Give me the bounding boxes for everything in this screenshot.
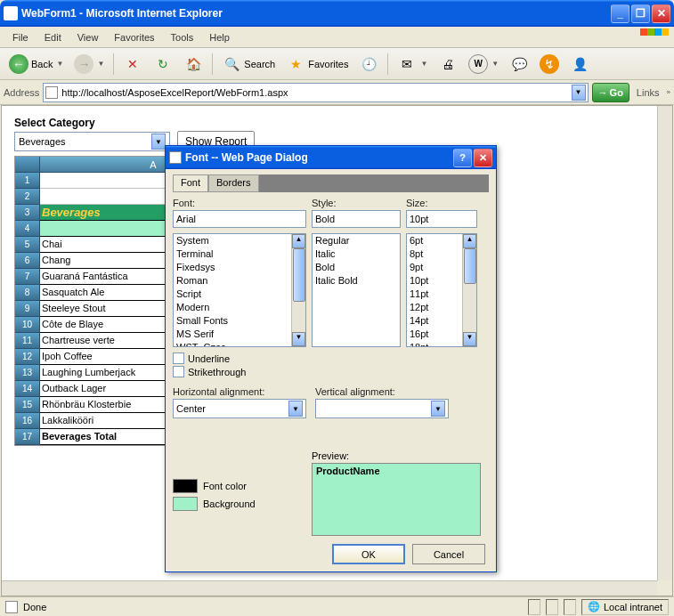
listbox-scrollbar[interactable]: ▲ ▼ <box>291 234 305 346</box>
address-dropdown-button[interactable]: ▼ <box>572 85 586 101</box>
page-icon <box>45 86 58 99</box>
bgcolor-swatch[interactable] <box>173 497 198 511</box>
valign-dropdown[interactable]: ▼ <box>315 399 449 418</box>
list-item[interactable]: Roman <box>174 274 305 288</box>
go-arrow-icon: → <box>598 87 608 98</box>
status-zone: 🌐 Local intranet <box>581 599 669 615</box>
horizontal-scrollbar[interactable] <box>2 580 657 596</box>
dialog-close-button[interactable]: ✕ <box>474 149 492 167</box>
cancel-button[interactable]: Cancel <box>412 544 485 564</box>
mail-icon: ✉ <box>397 54 417 74</box>
research-button[interactable]: ↯ <box>536 52 563 77</box>
menu-view[interactable]: View <box>70 29 106 45</box>
status-section <box>528 599 540 615</box>
scrollbar-corner <box>657 580 672 596</box>
edit-button[interactable]: W▼ <box>465 52 502 77</box>
category-value: Beverages <box>19 136 151 147</box>
size-label: Size: <box>406 198 477 208</box>
font-input[interactable] <box>173 210 306 228</box>
strikethrough-checkbox[interactable] <box>173 366 184 377</box>
chevron-down-icon: ▼ <box>431 401 445 417</box>
home-button[interactable]: 🏠 <box>180 52 207 77</box>
mail-button[interactable]: ✉▼ <box>394 52 431 77</box>
ok-button[interactable]: OK <box>332 544 405 564</box>
address-input[interactable]: http://localhost/AsposeExcelReport/WebFo… <box>43 83 588 102</box>
list-item[interactable]: Italic <box>313 247 400 261</box>
list-item[interactable]: Regular <box>313 234 400 247</box>
links-chevron-icon[interactable]: » <box>667 88 670 96</box>
style-listbox[interactable]: RegularItalicBoldItalic Bold <box>312 233 401 347</box>
refresh-button[interactable]: ↻ <box>150 52 176 77</box>
size-input[interactable] <box>406 210 477 228</box>
listbox-scrollbar[interactable]: ▲ ▼ <box>462 234 476 346</box>
list-item[interactable]: Bold <box>313 261 400 274</box>
menu-favorites[interactable]: Favorites <box>107 29 161 45</box>
menu-edit[interactable]: Edit <box>37 29 69 45</box>
go-button[interactable]: →Go <box>592 83 629 102</box>
row-header[interactable]: 1 <box>15 173 40 189</box>
list-item[interactable]: WST_Czec <box>174 341 305 347</box>
vertical-scrollbar[interactable] <box>657 106 672 580</box>
stop-button[interactable]: ✕ <box>119 52 146 77</box>
favorites-button[interactable]: ★Favorites <box>282 52 352 77</box>
window-minimize-button[interactable]: _ <box>611 4 629 23</box>
dialog-titlebar: Font -- Web Page Dialog ? ✕ <box>166 146 496 169</box>
dialog-help-button[interactable]: ? <box>453 149 472 167</box>
row-header[interactable]: 14 <box>15 381 40 397</box>
discuss-button[interactable]: 💬 <box>506 52 532 77</box>
row-header[interactable]: 9 <box>15 301 40 317</box>
row-header[interactable]: 6 <box>15 253 40 269</box>
fontcolor-swatch[interactable] <box>173 479 198 493</box>
menu-tools[interactable]: Tools <box>164 29 201 45</box>
row-header[interactable]: 12 <box>15 349 40 365</box>
back-button[interactable]: ← Back ▼ <box>5 52 67 77</box>
list-item[interactable]: Modern <box>174 301 305 314</box>
list-item[interactable]: Italic Bold <box>313 274 400 288</box>
list-item[interactable]: Terminal <box>174 247 305 261</box>
chevron-down-icon: ▼ <box>288 401 303 417</box>
menu-file[interactable]: File <box>5 29 36 45</box>
style-input[interactable] <box>312 210 401 228</box>
menu-help[interactable]: Help <box>202 29 237 45</box>
tab-borders[interactable]: Borders <box>208 174 259 192</box>
row-header[interactable]: 3 <box>15 205 40 221</box>
search-button[interactable]: 🔍Search <box>218 52 279 77</box>
row-header[interactable]: 5 <box>15 237 40 253</box>
tab-font[interactable]: Font <box>173 174 208 192</box>
row-header[interactable]: 16 <box>15 413 40 429</box>
history-button[interactable]: 🕘 <box>355 52 382 77</box>
windows-flag-icon <box>640 28 669 46</box>
row-header[interactable]: 13 <box>15 365 40 381</box>
row-header[interactable]: 7 <box>15 269 40 285</box>
list-item[interactable]: Fixedsys <box>174 261 305 274</box>
dialog-title: Font -- Web Page Dialog <box>185 151 453 164</box>
forward-button[interactable]: → ▼ <box>70 52 108 77</box>
row-header[interactable]: 8 <box>15 285 40 301</box>
size-listbox[interactable]: 6pt8pt9pt10pt11pt12pt14pt16pt18pt ▲ ▼ <box>406 233 477 347</box>
sheet-corner[interactable] <box>15 157 40 173</box>
search-label: Search <box>244 59 275 69</box>
row-header[interactable]: 11 <box>15 333 40 349</box>
row-header[interactable]: 10 <box>15 317 40 333</box>
row-header[interactable]: 4 <box>15 221 40 237</box>
list-item[interactable]: Script <box>174 288 305 301</box>
row-header[interactable]: 15 <box>15 397 40 413</box>
intranet-icon: 🌐 <box>588 601 600 612</box>
list-item[interactable]: System <box>174 234 305 247</box>
address-label: Address <box>4 87 39 98</box>
chevron-down-icon: ▼ <box>420 60 427 68</box>
window-maximize-button[interactable]: ❐ <box>631 4 650 23</box>
print-button[interactable]: 🖨 <box>434 52 461 77</box>
category-dropdown[interactable]: Beverages ▼ <box>14 132 170 151</box>
list-item[interactable]: Small Fonts <box>174 314 305 328</box>
links-label[interactable]: Links <box>633 87 663 98</box>
row-header[interactable]: 2 <box>15 189 40 205</box>
style-label: Style: <box>312 198 401 208</box>
window-close-button[interactable]: ✕ <box>652 4 670 23</box>
underline-checkbox[interactable] <box>173 353 184 364</box>
list-item[interactable]: MS Serif <box>174 328 305 341</box>
row-header[interactable]: 17 <box>15 429 40 445</box>
halign-dropdown[interactable]: Center▼ <box>173 399 306 418</box>
font-listbox[interactable]: SystemTerminalFixedsysRomanScriptModernS… <box>173 233 306 347</box>
messenger-button[interactable]: 👤 <box>566 52 593 77</box>
